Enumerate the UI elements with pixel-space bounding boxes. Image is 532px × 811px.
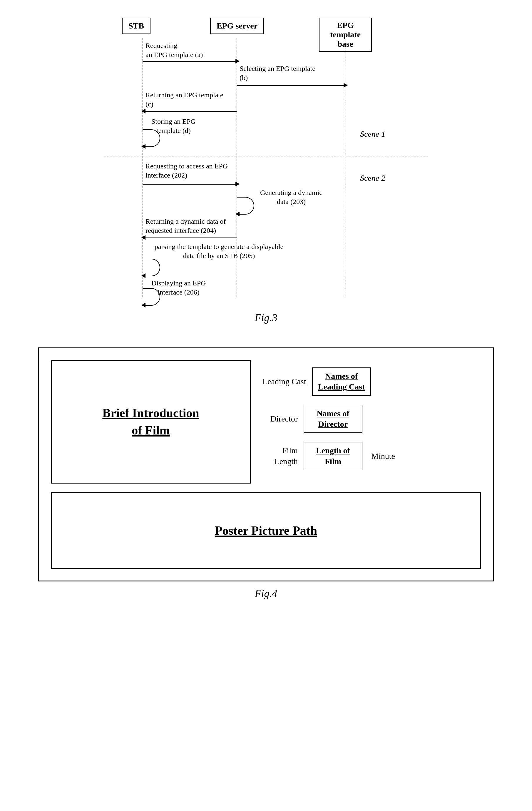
arrow5-line: [142, 184, 237, 185]
arrow7-label: Returning a dynamic data of requested in…: [146, 217, 226, 235]
scene1-label: Scene 1: [360, 129, 385, 139]
arrow1-head: [235, 59, 240, 63]
lifeline-epg-template-base: [345, 38, 345, 297]
leading-cast-label: Leading Cast: [262, 376, 306, 387]
arrow2-label: Selecting an EPG template (b): [240, 64, 315, 82]
brief-intro-box: Brief Introduction of Film: [51, 360, 251, 484]
leading-cast-row: Leading Cast Names of Leading Cast: [262, 367, 481, 396]
film-length-value: Length of Film: [304, 442, 362, 470]
scene-separator: [104, 156, 428, 156]
fig3-caption: Fig.3: [24, 311, 508, 324]
actor-stb: STB: [122, 18, 151, 34]
arrow3-line: [142, 111, 237, 112]
arrow3-label: Returning an EPG template (c): [146, 91, 223, 109]
arrow8-head: [141, 273, 146, 278]
director-row: Director Names of Director: [262, 405, 481, 433]
arrow7-head: [141, 235, 146, 240]
arrow6-head: [235, 212, 240, 216]
brief-intro-text: Brief Introduction of Film: [102, 404, 199, 439]
director-label: Director: [262, 414, 298, 424]
right-panel: Leading Cast Names of Leading Cast Direc…: [262, 360, 481, 484]
sequence-diagram: STB EPG server EPG template base Request…: [104, 18, 428, 306]
director-value: Names of Director: [304, 405, 362, 433]
arrow1-label: Requesting an EPG template (a): [146, 41, 203, 59]
poster-picture-text: Poster Picture Path: [215, 523, 317, 538]
arrow5-head: [235, 182, 240, 186]
leading-cast-value: Names of Leading Cast: [312, 367, 371, 396]
actor-epg-template-base: EPG template base: [319, 18, 372, 52]
arrow2-head: [344, 83, 348, 88]
fig4-outer-box: Brief Introduction of Film Leading Cast …: [38, 348, 494, 581]
fig4-top-row: Brief Introduction of Film Leading Cast …: [51, 360, 481, 484]
film-length-unit: Minute: [371, 452, 395, 461]
arrow9-head: [141, 303, 146, 307]
actor-epg-server: EPG server: [210, 18, 264, 34]
arrow5-label: Requesting to access an EPG interface (2…: [146, 162, 228, 180]
lifeline-stb: [142, 38, 143, 297]
film-length-row: Film Length Length of Film Minute: [262, 442, 481, 470]
arrow6-label: Generating a dynamic data (203): [260, 188, 322, 206]
fig4-caption: Fig.4: [24, 587, 508, 600]
poster-picture-box: Poster Picture Path: [51, 492, 481, 569]
arrow7-line: [142, 238, 237, 238]
arrow2-line: [237, 85, 345, 86]
fig4-section: Brief Introduction of Film Leading Cast …: [0, 336, 532, 617]
arrow4-head: [141, 144, 146, 149]
film-length-label: Film Length: [262, 445, 298, 467]
fig3-section: STB EPG server EPG template base Request…: [0, 0, 532, 336]
arrow3-head: [141, 109, 146, 113]
arrow1-line: [142, 61, 237, 62]
arrow8-label: parsing the template to generate a displ…: [151, 242, 287, 260]
scene2-label: Scene 2: [360, 173, 385, 183]
